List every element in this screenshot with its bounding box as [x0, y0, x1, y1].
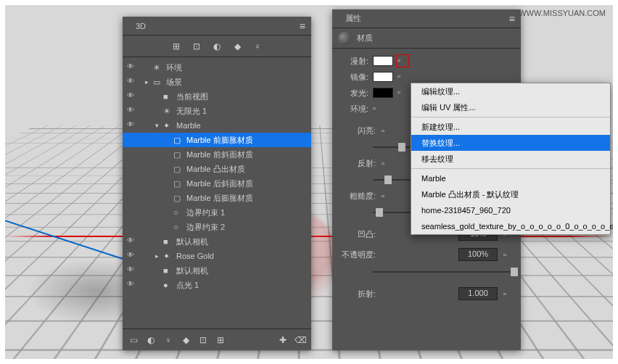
tree-row[interactable]: 👁 ▸ ▭ 场景	[123, 75, 311, 89]
tree-row[interactable]: 👁 ■ 当前视图	[123, 89, 311, 104]
menu-item[interactable]: Marble 凸出材质 - 默认纹理	[411, 186, 610, 202]
value-input[interactable]: 1.000	[458, 287, 498, 300]
color-swatch[interactable]	[373, 88, 393, 98]
tree-row[interactable]: ▢ Marble 前斜面材质	[123, 147, 311, 162]
slider-track[interactable]	[373, 271, 514, 273]
item-type-icon: ▢	[173, 165, 184, 174]
tab-3d[interactable]: 3D	[128, 19, 153, 33]
visibility-icon[interactable]: 👁	[127, 251, 137, 261]
tree-row[interactable]: 👁 ■ 默认相机	[123, 234, 311, 249]
item-type-icon: ✦	[163, 252, 173, 261]
texture-doc-icon[interactable]: ▫	[397, 88, 408, 98]
slider-thumb[interactable]	[376, 208, 383, 217]
texture-doc-icon[interactable]: ▫	[397, 72, 408, 82]
visibility-icon[interactable]: 👁	[127, 77, 137, 87]
footer-icon[interactable]: ◆	[181, 335, 191, 345]
item-type-icon: ●	[163, 281, 173, 289]
panel-menu-icon[interactable]: ≡	[300, 20, 305, 32]
panel-menu-icon[interactable]: ≡	[509, 13, 515, 25]
value-label: 凹凸:	[339, 229, 376, 240]
menu-item[interactable]: home-2318457_960_720	[411, 202, 610, 218]
tree-row[interactable]: 👁 ■ 默认相机	[123, 263, 311, 278]
visibility-icon[interactable]	[127, 164, 137, 174]
value-input[interactable]: 100%	[458, 248, 498, 261]
visibility-icon[interactable]	[127, 149, 137, 160]
disclosure-icon[interactable]: ▸	[153, 252, 160, 260]
menu-item[interactable]: 编辑 UV 属性...	[411, 99, 610, 115]
visibility-icon[interactable]	[127, 193, 137, 203]
toolbar-3d: ⊞⊡◐◆♀	[123, 36, 311, 57]
visibility-icon[interactable]: 👁	[127, 106, 137, 116]
tree-row[interactable]: ▢ Marble 后斜面材质	[123, 176, 311, 191]
panel-3d-header: 3D ≡	[123, 17, 311, 36]
menu-item[interactable]: 替换纹理...	[411, 135, 610, 151]
tree-row[interactable]: 👁 ▾ ✦ Marble	[123, 118, 311, 133]
tree-row[interactable]: ▢ Marble 后膨胀材质	[123, 191, 311, 205]
visibility-icon[interactable]	[127, 207, 137, 218]
visibility-icon[interactable]	[127, 135, 137, 145]
texture-doc-icon[interactable]: ▫	[382, 126, 392, 136]
value-label: 不透明度:	[339, 249, 376, 260]
footer-icon[interactable]: ▭	[128, 335, 139, 345]
tree-item-label: Marble 后斜面材质	[186, 178, 253, 189]
toolbar-icon[interactable]: ◆	[232, 41, 242, 51]
tree-item-label: Marble 前斜面材质	[186, 149, 253, 160]
slider-thumb[interactable]	[384, 175, 392, 184]
item-type-icon: ▭	[153, 78, 163, 87]
menu-item[interactable]: 新建纹理...	[411, 119, 610, 135]
map-label: 发光:	[339, 88, 368, 99]
disclosure-icon[interactable]: ▸	[143, 78, 150, 86]
tree-item-label: 点光 1	[176, 280, 199, 291]
footer-icon[interactable]: ◐	[146, 335, 156, 345]
tree-item-label: Marble	[176, 121, 201, 130]
toolbar-icon[interactable]: ⊞	[171, 41, 181, 51]
slider-label: 闪亮:	[339, 125, 376, 136]
visibility-icon[interactable]: 👁	[127, 236, 137, 247]
tree-item-label: 默认相机	[176, 265, 208, 276]
menu-item[interactable]: 编辑纹理...	[411, 83, 610, 99]
env-label: 环境:	[339, 104, 368, 115]
item-type-icon: ■	[163, 266, 173, 275]
tab-properties[interactable]: 属性	[338, 10, 368, 27]
map-label: 镜像:	[339, 72, 368, 83]
tree-row[interactable]: 👁 ☀ 无限光 1	[123, 104, 311, 118]
folder-icon[interactable]: ▫	[503, 289, 514, 298]
tree-row[interactable]: 👁 ☀ 环境	[123, 60, 311, 75]
footer-icon[interactable]: ⊡	[198, 335, 208, 345]
tree-item-label: Marble 前膨胀材质	[186, 135, 253, 146]
tree-row[interactable]: ▢ Marble 凸出材质	[123, 162, 311, 176]
visibility-icon[interactable]	[127, 178, 137, 189]
tree-row[interactable]: ○ 边界约束 1	[123, 205, 311, 220]
visibility-icon[interactable]: 👁	[127, 265, 137, 276]
item-type-icon: ▢	[173, 179, 184, 189]
toolbar-icon[interactable]: ◐	[212, 41, 222, 51]
menu-item[interactable]: seamless_gold_texture_by_o_o_o_o_o_0_o_o…	[411, 218, 610, 234]
visibility-icon[interactable]: 👁	[127, 62, 137, 73]
tree-row[interactable]: ▢ Marble 前膨胀材质	[123, 133, 311, 147]
slider-thumb[interactable]	[398, 143, 405, 152]
footer-icon[interactable]: ♀	[163, 335, 173, 345]
texture-doc-icon[interactable]: ▫	[382, 159, 392, 169]
color-swatch[interactable]	[373, 72, 393, 82]
visibility-icon[interactable]	[127, 222, 137, 232]
visibility-icon[interactable]: 👁	[127, 280, 137, 290]
footer-icon[interactable]: ✚	[278, 335, 288, 345]
toolbar-icon[interactable]: ⊡	[191, 41, 202, 51]
visibility-icon[interactable]: 👁	[127, 91, 137, 102]
texture-doc-icon[interactable]: ▫	[397, 56, 408, 66]
slider-thumb[interactable]	[511, 268, 518, 276]
footer-icon[interactable]: ⌫	[295, 335, 305, 345]
visibility-icon[interactable]: 👁	[127, 120, 137, 131]
texture-doc-icon[interactable]: ▫	[373, 104, 383, 114]
tree-row[interactable]: ○ 边界约束 2	[123, 220, 311, 234]
tree-row[interactable]: 👁 ● 点光 1	[123, 278, 311, 292]
color-swatch[interactable]	[373, 56, 393, 66]
folder-icon[interactable]: ▫	[503, 250, 514, 259]
tree-row[interactable]: 👁 ▸ ✦ Rose Gold	[123, 249, 311, 263]
menu-item[interactable]: 移去纹理	[411, 151, 610, 167]
toolbar-icon[interactable]: ♀	[252, 41, 263, 51]
disclosure-icon[interactable]: ▾	[153, 122, 160, 129]
menu-item[interactable]: Marble	[411, 170, 610, 186]
footer-icon[interactable]: ⊞	[215, 335, 226, 345]
texture-doc-icon[interactable]: ▫	[382, 191, 392, 202]
